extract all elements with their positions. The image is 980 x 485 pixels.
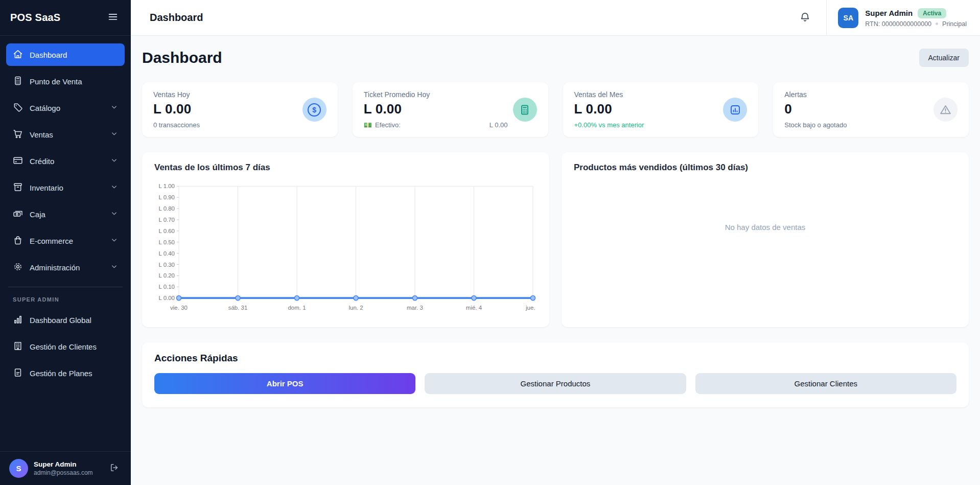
sidebar-item-label: Gestión de Clientes	[30, 342, 97, 351]
open-pos-button[interactable]: Abrir POS	[154, 373, 415, 394]
page-header: Dashboard Actualizar	[142, 49, 969, 67]
top-products-panel: Productos más vendidos (últimos 30 días)…	[562, 152, 969, 327]
sidebar-item-label: Crédito	[30, 157, 54, 166]
sidebar-item-label: Dashboard Global	[30, 316, 91, 325]
sidebar-item-label: Dashboard	[30, 51, 67, 59]
dot-separator	[936, 22, 938, 25]
stat-value: L 0.00	[574, 101, 718, 117]
topbar-title: Dashboard	[150, 12, 203, 24]
chevron-down-icon	[110, 183, 118, 192]
sidebar-item-label: Inventario	[30, 183, 63, 192]
sidebar-divider	[8, 287, 123, 287]
svg-text:jue. 5: jue. 5	[525, 304, 537, 310]
svg-text:L 0.80: L 0.80	[158, 205, 175, 212]
sidebar-item-gestion-clientes[interactable]: Gestión de Clientes	[6, 335, 125, 358]
sidebar-user-email: admin@possaas.com	[34, 469, 93, 476]
tag-icon	[13, 102, 23, 114]
sidebar-item-dashboard[interactable]: Dashboard	[6, 43, 125, 66]
document-icon	[13, 367, 23, 379]
refresh-button[interactable]: Actualizar	[919, 49, 969, 67]
sidebar-item-credito[interactable]: Crédito	[6, 150, 125, 172]
sidebar-item-administracion[interactable]: Administración	[6, 256, 125, 279]
stats-row: Ventas Hoy L 0.00 0 transacciones $ Tick…	[142, 82, 969, 137]
svg-text:L 0.30: L 0.30	[158, 261, 175, 267]
sidebar-user-name: Super Admin	[34, 460, 93, 468]
notifications-button[interactable]	[784, 11, 826, 25]
archive-box-icon	[13, 182, 23, 194]
svg-text:lun. 2: lun. 2	[348, 304, 363, 310]
shopping-bag-icon	[13, 235, 23, 247]
topbar-right: SA Super Admin Activa RTN: 0000000000000…	[784, 0, 980, 35]
svg-text:L 0.00: L 0.00	[158, 294, 175, 301]
sidebar-user-meta: Super Admin admin@possaas.com	[34, 460, 93, 476]
stat-card-alertas: Alertas 0 Stock bajo o agotado	[773, 82, 969, 137]
manage-clients-button[interactable]: Gestionar Clientes	[695, 373, 956, 394]
sidebar-item-label: Punto de Venta	[30, 77, 82, 86]
main-column: Dashboard SA Super Admin Activa RTN: 000…	[131, 0, 980, 485]
svg-text:dom. 1: dom. 1	[288, 304, 306, 310]
cash-icon	[13, 209, 23, 220]
stat-value: 0	[784, 101, 928, 117]
chevron-down-icon	[110, 210, 118, 219]
building-icon	[13, 341, 23, 353]
stat-label: Ticket Promedio Hoy	[364, 90, 508, 99]
warning-icon	[934, 98, 958, 122]
sidebar-item-catalogo[interactable]: Catálogo	[6, 97, 125, 119]
bar-chart-icon	[13, 314, 23, 326]
dollar-circle-icon: $	[302, 98, 326, 122]
stat-value: L 0.00	[153, 101, 297, 117]
sidebar-item-label: Caja	[30, 210, 45, 219]
topbar: Dashboard SA Super Admin Activa RTN: 000…	[131, 0, 980, 36]
stat-label: Ventas Hoy	[153, 90, 297, 99]
banknote-emoji-icon: 💵	[364, 121, 372, 129]
sidebar-item-gestion-planes[interactable]: Gestión de Planes	[6, 362, 125, 384]
home-icon	[13, 49, 23, 61]
status-badge: Activa	[918, 8, 946, 18]
topbar-user-branch: Principal	[942, 20, 967, 28]
page-content: Dashboard Actualizar Ventas Hoy L 0.00 0…	[131, 36, 980, 485]
sidebar-item-ecommerce[interactable]: E-commerce	[6, 229, 125, 252]
topbar-user-rtn: RTN: 00000000000000	[865, 20, 931, 28]
sidebar-item-dashboard-global[interactable]: Dashboard Global	[6, 309, 125, 331]
sidebar-user-box: S Super Admin admin@possaas.com	[0, 451, 131, 485]
calculator-icon	[513, 98, 537, 122]
sidebar-item-caja[interactable]: Caja	[6, 203, 125, 225]
avatar: S	[9, 459, 28, 478]
quick-actions-row: Abrir POS Gestionar Productos Gestionar …	[154, 373, 956, 394]
stat-card-ventas-hoy: Ventas Hoy L 0.00 0 transacciones $	[142, 82, 338, 137]
hamburger-icon	[107, 16, 119, 24]
stat-card-ventas-mes: Ventas del Mes L 0.00 +0.00% vs mes ante…	[563, 82, 759, 137]
stat-card-ticket-promedio: Ticket Promedio Hoy L 0.00 💵 Efectivo: L…	[353, 82, 548, 137]
sidebar-item-label: Gestión de Planes	[30, 369, 92, 378]
topbar-user-meta: Super Admin Activa RTN: 00000000000000 P…	[865, 8, 967, 28]
stat-sub-value: L 0.00	[489, 121, 508, 129]
sidebar-item-label: Administración	[30, 263, 80, 272]
calculator-icon	[13, 76, 23, 87]
cart-icon	[13, 129, 23, 141]
sidebar-nav: Dashboard Punto de Venta Catálogo Ventas…	[0, 36, 131, 451]
top-products-title: Productos más vendidos (últimos 30 días)	[574, 163, 956, 173]
manage-products-button[interactable]: Gestionar Productos	[425, 373, 686, 394]
quick-actions-title: Acciones Rápidas	[154, 353, 956, 364]
avatar: SA	[838, 8, 858, 28]
logout-button[interactable]	[107, 460, 122, 476]
sidebar-item-inventario[interactable]: Inventario	[6, 176, 125, 199]
sidebar-item-ventas[interactable]: Ventas	[6, 123, 125, 146]
chart-icon	[723, 98, 747, 122]
svg-text:mar. 3: mar. 3	[407, 304, 423, 310]
logout-icon	[109, 467, 120, 474]
app-logo: POS SaaS	[10, 12, 60, 24]
hamburger-menu-button[interactable]	[105, 9, 121, 26]
chevron-down-icon	[110, 103, 118, 112]
sales-line-chart: L 0.00L 0.10L 0.20L 0.30L 0.40L 0.50L 0.…	[154, 179, 537, 319]
topbar-user-name: Super Admin	[865, 9, 913, 17]
sidebar-item-punto-de-venta[interactable]: Punto de Venta	[6, 70, 125, 93]
sidebar-header: POS SaaS	[0, 0, 131, 36]
empty-state-message: No hay datos de ventas	[574, 223, 956, 232]
sales-chart-panel: Ventas de los últimos 7 días L 0.00L 0.1…	[142, 152, 549, 327]
sidebar: POS SaaS Dashboard Punto de Venta Catálo…	[0, 0, 131, 485]
svg-text:L 0.90: L 0.90	[158, 194, 175, 200]
topbar-user-menu[interactable]: SA Super Admin Activa RTN: 0000000000000…	[826, 0, 980, 35]
stat-sub-trend: +0.00% vs mes anterior	[574, 121, 718, 129]
sidebar-item-label: Ventas	[30, 130, 53, 139]
